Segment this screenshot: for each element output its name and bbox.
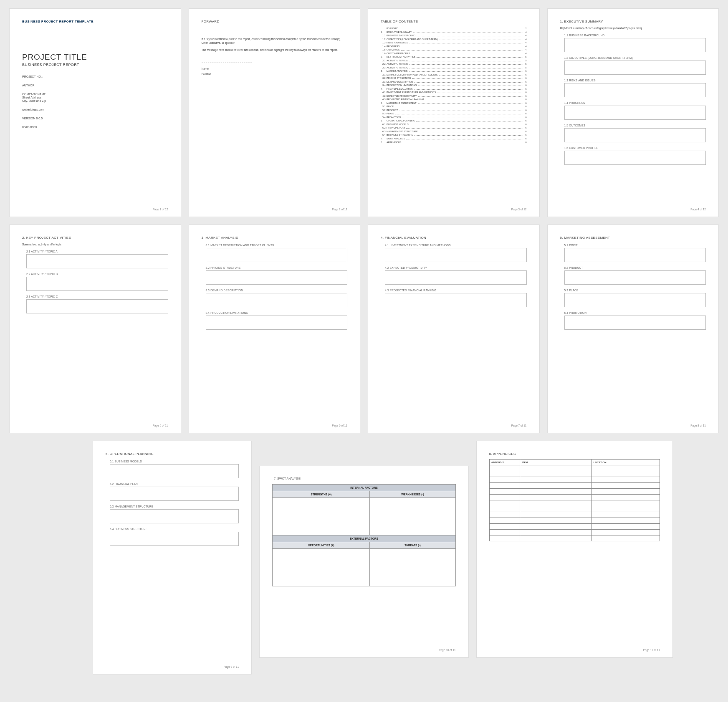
appendix-cell[interactable]: [489, 530, 520, 535]
item-cell[interactable]: [520, 506, 592, 512]
location-cell[interactable]: [592, 524, 660, 530]
item-cell[interactable]: [520, 500, 592, 506]
page-footer: Page 10 of 11: [439, 649, 455, 651]
page-footer: Page 2 of 12: [332, 208, 347, 211]
location-cell[interactable]: [592, 512, 660, 518]
input-field-box[interactable]: [564, 128, 706, 142]
subsection-label: 2.3 ACTIVITY / TOPIC C: [26, 295, 168, 298]
item-cell[interactable]: [520, 524, 592, 530]
table-row: [489, 465, 660, 471]
swot-weaknesses-cell[interactable]: [370, 498, 455, 535]
item-cell[interactable]: [520, 535, 592, 541]
appendix-cell[interactable]: [489, 500, 520, 506]
appendices-table: APPENDIX ITEM LOCATION: [489, 459, 660, 541]
input-field-box[interactable]: [26, 299, 168, 313]
location-cell[interactable]: [592, 471, 660, 477]
appendix-cell[interactable]: [489, 477, 520, 483]
toc-entry: 5.3PLACE6: [381, 112, 527, 116]
item-cell[interactable]: [520, 489, 592, 495]
input-field-box[interactable]: [206, 248, 348, 262]
item-cell[interactable]: [520, 465, 592, 471]
input-field-box[interactable]: [564, 83, 706, 97]
subsection-label: 3.2 PRICING STRUCTURE: [206, 266, 348, 269]
page-footer: Page 6 of 11: [332, 424, 347, 427]
input-field-box[interactable]: [385, 293, 527, 307]
financial-eval-heading: 4. FINANCIAL EVALUATION: [381, 236, 527, 240]
subsection-label: 6.1 BUSINESS MODELS: [110, 460, 239, 463]
subsection-label: 2.1 ACTIVITY / TOPIC A: [26, 250, 168, 253]
input-field-box[interactable]: [564, 61, 706, 75]
appendices-heading: 8. APPENDICES: [489, 452, 660, 456]
location-cell[interactable]: [592, 489, 660, 495]
appendix-cell[interactable]: [489, 483, 520, 489]
input-field-box[interactable]: [564, 293, 706, 307]
signature-line: [202, 63, 252, 63]
appendix-cell[interactable]: [489, 518, 520, 524]
item-cell[interactable]: [520, 483, 592, 489]
appendix-cell[interactable]: [489, 535, 520, 541]
item-col-header: ITEM: [520, 460, 592, 465]
input-field-box[interactable]: [385, 270, 527, 285]
swot-threats-cell[interactable]: [370, 549, 455, 586]
subsection-label: 1.3 RISKS AND ISSUES: [564, 79, 706, 82]
input-field-box[interactable]: [564, 248, 706, 262]
toc-entry: 7.SWOT ANALYSIS6: [381, 137, 527, 141]
input-field-box[interactable]: [206, 293, 348, 307]
swot-strengths-cell[interactable]: [273, 498, 370, 535]
item-cell[interactable]: [520, 512, 592, 518]
input-field-box[interactable]: [564, 316, 706, 330]
page-1: BUSINESS PROJECT REPORT TEMPLATE PROJECT…: [9, 8, 181, 217]
location-cell[interactable]: [592, 483, 660, 489]
item-cell[interactable]: [520, 495, 592, 500]
input-field-box[interactable]: [110, 532, 239, 546]
appendix-cell[interactable]: [489, 465, 520, 471]
subsection-label: 3.4 PRODUCTION LIMITATIONS: [206, 311, 348, 314]
table-row: [489, 500, 660, 506]
swot-strengths-header: STRENGTHS (+): [273, 491, 370, 498]
swot-opportunities-cell[interactable]: [273, 549, 370, 586]
toc-entry: FORWARD2: [381, 27, 527, 30]
location-cell[interactable]: [592, 530, 660, 535]
input-field-box[interactable]: [26, 277, 168, 291]
appendix-cell[interactable]: [489, 495, 520, 500]
location-cell[interactable]: [592, 500, 660, 506]
input-field-box[interactable]: [564, 38, 706, 52]
swot-threats-header: THREATS (-): [370, 542, 455, 549]
page-footer: Page 8 of 11: [690, 424, 706, 427]
toc-entry: 5.1PRICE6: [381, 105, 527, 109]
input-field-box[interactable]: [110, 509, 239, 523]
location-cell[interactable]: [592, 506, 660, 512]
location-cell[interactable]: [592, 535, 660, 541]
swot-weaknesses-header: WEAKNESSES (-): [370, 491, 455, 498]
input-field-box[interactable]: [385, 248, 527, 262]
operational-planning-heading: 6. OPERATIONAL PLANNING: [106, 452, 239, 456]
input-field-box[interactable]: [564, 151, 706, 165]
toc-entry: 6.1BUSINESS MODELS6: [381, 123, 527, 126]
appendix-cell[interactable]: [489, 489, 520, 495]
appendix-cell[interactable]: [489, 471, 520, 477]
input-field-box[interactable]: [110, 464, 239, 478]
page-footer: Page 4 of 12: [690, 208, 706, 211]
table-row: [489, 477, 660, 483]
input-field-box[interactable]: [564, 106, 706, 120]
location-cell[interactable]: [592, 465, 660, 471]
item-cell[interactable]: [520, 471, 592, 477]
input-field-box[interactable]: [110, 487, 239, 501]
item-cell[interactable]: [520, 518, 592, 524]
location-cell[interactable]: [592, 518, 660, 524]
subsection-label: 5.3 PLACE: [564, 289, 706, 292]
input-field-box[interactable]: [26, 254, 168, 268]
item-cell[interactable]: [520, 530, 592, 535]
input-field-box[interactable]: [564, 270, 706, 285]
page-11: 8. APPENDICES APPENDIX ITEM LOCATION Pag…: [476, 441, 673, 658]
toc-entry: 1.4PROGRESS4: [381, 45, 527, 48]
item-cell[interactable]: [520, 477, 592, 483]
location-cell[interactable]: [592, 477, 660, 483]
toc-entry: 5.4PROMOTION6: [381, 116, 527, 119]
appendix-cell[interactable]: [489, 524, 520, 530]
input-field-box[interactable]: [206, 316, 348, 330]
input-field-box[interactable]: [206, 270, 348, 285]
appendix-cell[interactable]: [489, 512, 520, 518]
appendix-cell[interactable]: [489, 506, 520, 512]
location-cell[interactable]: [592, 495, 660, 500]
